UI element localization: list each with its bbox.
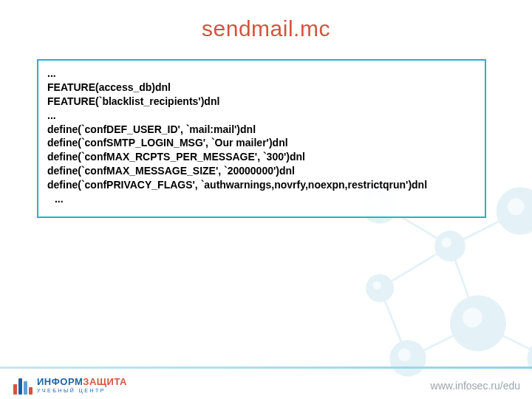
svg-line-6 <box>380 246 450 288</box>
svg-line-5 <box>380 288 408 358</box>
logo-word-2: ЗАЩИТА <box>83 376 127 387</box>
footer: ИНФОРМЗАЩИТА УЧЕБНЫЙ ЦЕНТР www.infosec.r… <box>0 366 532 399</box>
code-line: define(`confMAX_MESSAGE_SIZE', `20000000… <box>47 164 476 178</box>
svg-point-13 <box>366 274 394 302</box>
svg-line-2 <box>450 246 478 324</box>
svg-line-3 <box>408 324 478 359</box>
svg-point-10 <box>450 296 506 352</box>
svg-line-4 <box>478 324 532 359</box>
logo-word-1: ИНФОРМ <box>37 376 83 387</box>
code-line: ... <box>47 66 476 81</box>
code-box: ... FEATURE(access_db)dnl FEATURE(`black… <box>37 59 486 218</box>
logo-text: ИНФОРМЗАЩИТА УЧЕБНЫЙ ЦЕНТР <box>37 377 127 393</box>
footer-divider <box>0 366 532 369</box>
code-line: FEATURE(`blacklist_recipients')dnl <box>47 95 476 109</box>
page-title: sendmail.mc <box>0 16 532 41</box>
code-line: ... <box>47 192 476 206</box>
svg-point-8 <box>497 187 532 235</box>
code-line: define(`confSMTP_LOGIN_MSG', `Our mailer… <box>47 136 476 150</box>
logo-mark-icon <box>13 375 33 395</box>
footer-url: www.infosec.ru/edu <box>431 380 520 392</box>
svg-point-17 <box>463 308 482 328</box>
code-line: define(`confMAX_RCPTS_PER_MESSAGE', `300… <box>47 150 476 164</box>
svg-point-9 <box>434 231 466 262</box>
svg-point-20 <box>373 282 381 290</box>
svg-point-15 <box>508 198 525 215</box>
code-line: define(`confDEF_USER_ID', `mail:mail')dn… <box>47 123 476 137</box>
code-line: FEATURE(access_db)dnl <box>47 81 476 95</box>
logo-subtitle: УЧЕБНЫЙ ЦЕНТР <box>37 388 127 393</box>
code-line: define(`confPRIVACY_FLAGS', `authwarning… <box>47 178 476 192</box>
svg-point-18 <box>398 349 411 361</box>
code-line: ... <box>47 109 476 123</box>
svg-point-16 <box>442 238 451 248</box>
logo: ИНФОРМЗАЩИТА УЧЕБНЫЙ ЦЕНТР <box>13 375 127 395</box>
